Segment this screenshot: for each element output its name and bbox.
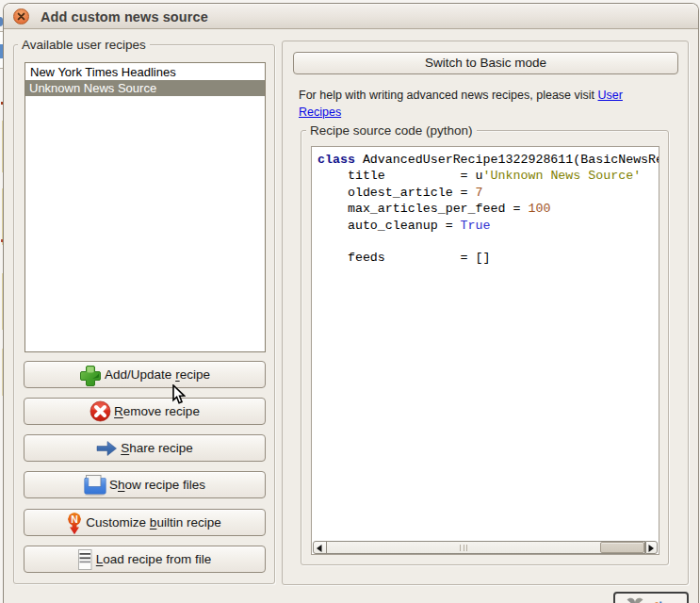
svg-text:N: N — [72, 513, 79, 525]
